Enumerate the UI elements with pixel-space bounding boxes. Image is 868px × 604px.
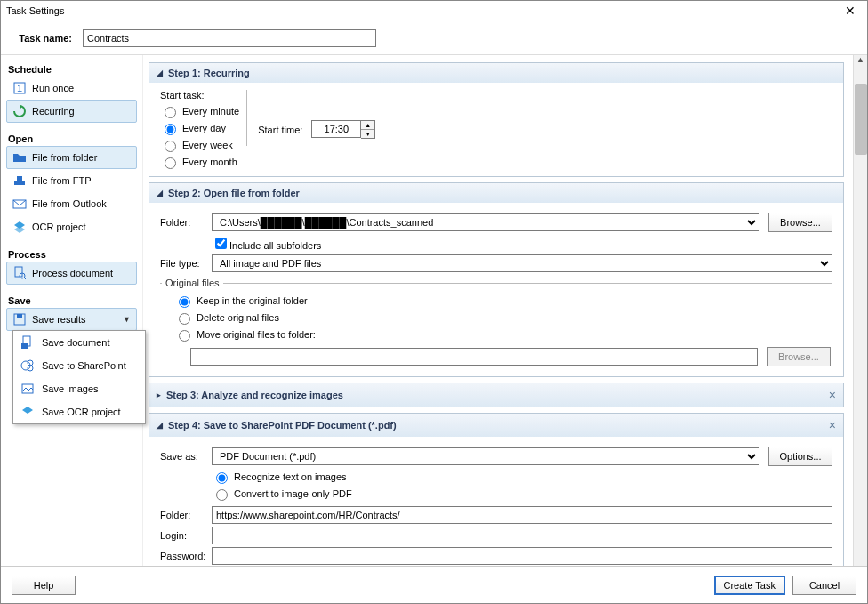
close-icon[interactable]: × xyxy=(829,418,836,432)
save-doc-icon xyxy=(20,335,35,350)
sp-folder-label: Folder: xyxy=(160,510,203,520)
help-button[interactable]: Help xyxy=(12,576,76,595)
sidebar-item-process-document[interactable]: Process document xyxy=(6,262,137,285)
sidebar-item-file-from-ftp[interactable]: File from FTP xyxy=(6,169,137,192)
panel-step2: ◢ Step 2: Open file from folder Folder: … xyxy=(149,182,844,377)
panel-step3: ▸ Step 3: Analyze and recognize images × xyxy=(149,383,844,407)
spin-up-icon[interactable]: ▲ xyxy=(361,121,374,130)
layers-icon xyxy=(12,220,27,234)
password-input xyxy=(212,547,832,565)
menu-item-save-images[interactable]: Save images xyxy=(13,377,145,400)
menu-item-save-document[interactable]: Save document xyxy=(13,331,145,354)
scrollbar-thumb[interactable] xyxy=(855,84,867,155)
window-title: Task Settings xyxy=(4,5,837,16)
file-type-label: File type: xyxy=(160,258,203,269)
sidebar-item-label: File from FTP xyxy=(32,175,92,186)
run-once-icon: 1 xyxy=(12,81,27,95)
divider xyxy=(246,90,247,146)
scrollbar[interactable]: ▲ xyxy=(853,55,867,566)
task-name-input[interactable] xyxy=(83,29,376,47)
close-icon[interactable]: × xyxy=(829,388,836,402)
radio-every-week[interactable]: Every week xyxy=(160,138,239,152)
save-as-select[interactable]: PDF Document (*.pdf) xyxy=(212,447,760,465)
sp-folder-input[interactable] xyxy=(212,506,832,524)
options-button[interactable]: Options... xyxy=(768,447,832,466)
folder-label: Folder: xyxy=(160,217,203,228)
sidebar-item-recurring[interactable]: Recurring xyxy=(6,100,137,123)
save-ocr-icon xyxy=(20,405,35,419)
browse-button[interactable]: Browse... xyxy=(768,213,832,232)
footer: Help Create Task Cancel xyxy=(1,566,867,603)
scroll-up-icon[interactable]: ▲ xyxy=(854,55,867,69)
svg-rect-15 xyxy=(22,384,33,393)
envelope-icon xyxy=(12,197,27,211)
task-settings-window: Task Settings ✕ Task name: Schedule 1 Ru… xyxy=(0,0,868,604)
sidebar-item-label: Process document xyxy=(32,268,113,278)
collapse-icon: ◢ xyxy=(157,68,163,77)
close-icon[interactable]: ✕ xyxy=(837,4,864,18)
include-subfolders-checkbox[interactable]: Include all subfolders xyxy=(212,235,321,252)
save-results-menu: Save document Save to SharePoint Save im… xyxy=(12,330,146,424)
start-time-label: Start time: xyxy=(258,125,302,135)
ftp-icon xyxy=(12,173,27,188)
chevron-down-icon: ▼ xyxy=(123,315,131,324)
sidebar-item-label: Save results xyxy=(32,314,86,325)
panel-step4: ◢ Step 4: Save to SharePoint PDF Documen… xyxy=(149,413,844,566)
collapse-icon: ◢ xyxy=(157,189,163,197)
login-input xyxy=(212,527,832,544)
svg-line-7 xyxy=(24,278,26,279)
save-icon xyxy=(12,312,27,326)
spin-down-icon[interactable]: ▼ xyxy=(361,130,374,138)
panel-step1: ◢ Step 1: Recurring Start task: Every mi… xyxy=(149,62,844,177)
move-folder-input xyxy=(190,348,758,366)
sidebar-heading-schedule: Schedule xyxy=(6,60,137,77)
original-files-group: Original files Keep in the original fold… xyxy=(160,278,832,369)
sidebar: Schedule 1 Run once Recurring Open File … xyxy=(1,55,143,566)
create-task-button[interactable]: Create Task xyxy=(714,576,786,595)
panel-body-step4: Save as: PDF Document (*.pdf) Options...… xyxy=(149,437,843,566)
expand-icon: ▸ xyxy=(157,391,161,399)
sidebar-item-ocr-project[interactable]: OCR project xyxy=(6,215,137,238)
login-label: Login: xyxy=(160,530,203,541)
radio-every-day[interactable]: Every day xyxy=(160,121,239,135)
start-task-label: Start task: xyxy=(160,90,213,101)
sidebar-heading-save: Save xyxy=(6,292,137,308)
radio-recognize-text[interactable]: Recognize text on images xyxy=(212,470,832,484)
menu-item-save-ocr-project[interactable]: Save OCR project xyxy=(13,400,145,423)
browse-button-move: Browse... xyxy=(767,347,831,366)
panel-title: Step 1: Recurring xyxy=(168,68,250,78)
panel-header-step3[interactable]: ▸ Step 3: Analyze and recognize images × xyxy=(149,383,843,407)
panel-body-step1: Start task: Every minute Every day Every… xyxy=(149,83,843,176)
radio-move-original[interactable]: Move original files to folder: xyxy=(174,327,831,342)
panel-header-step2[interactable]: ◢ Step 2: Open file from folder xyxy=(149,183,843,203)
dialog-body: Schedule 1 Run once Recurring Open File … xyxy=(1,54,867,566)
menu-item-save-sharepoint[interactable]: Save to SharePoint xyxy=(13,354,145,377)
radio-every-minute[interactable]: Every minute xyxy=(160,104,239,118)
panel-header-step1[interactable]: ◢ Step 1: Recurring xyxy=(149,63,843,83)
panel-header-step4[interactable]: ◢ Step 4: Save to SharePoint PDF Documen… xyxy=(149,414,843,437)
radio-every-month[interactable]: Every month xyxy=(160,155,239,169)
sidebar-item-file-from-outlook[interactable]: File from Outlook xyxy=(6,192,137,215)
original-files-legend: Original files xyxy=(162,278,223,288)
file-type-select[interactable]: All image and PDF files xyxy=(212,254,832,272)
sidebar-item-label: OCR project xyxy=(32,221,86,232)
sidebar-item-save-results[interactable]: Save results ▼ xyxy=(6,308,137,331)
start-time-input[interactable] xyxy=(311,120,361,138)
svg-rect-2 xyxy=(14,181,25,185)
sidebar-item-label: File from folder xyxy=(32,152,97,163)
time-spinner[interactable]: ▲▼ xyxy=(361,120,375,139)
sidebar-heading-process: Process xyxy=(6,246,137,262)
sidebar-item-run-once[interactable]: 1 Run once xyxy=(6,77,137,100)
cancel-button[interactable]: Cancel xyxy=(792,576,856,595)
svg-rect-9 xyxy=(17,314,22,318)
sidebar-item-file-from-folder[interactable]: File from folder xyxy=(6,146,137,169)
panel-title: Step 4: Save to SharePoint PDF Document … xyxy=(168,420,397,431)
folder-combo[interactable]: C:\Users\██████\██████\Contracts_scanned xyxy=(212,213,760,231)
sidebar-heading-open: Open xyxy=(6,130,137,146)
radio-delete-original[interactable]: Delete original files xyxy=(174,310,831,325)
radio-image-only[interactable]: Convert to image-only PDF xyxy=(212,487,832,501)
sidebar-item-label: Recurring xyxy=(32,106,75,117)
collapse-icon: ◢ xyxy=(157,421,163,430)
panel-title: Step 3: Analyze and recognize images xyxy=(166,390,343,400)
radio-keep-original[interactable]: Keep in the original folder xyxy=(174,294,831,308)
